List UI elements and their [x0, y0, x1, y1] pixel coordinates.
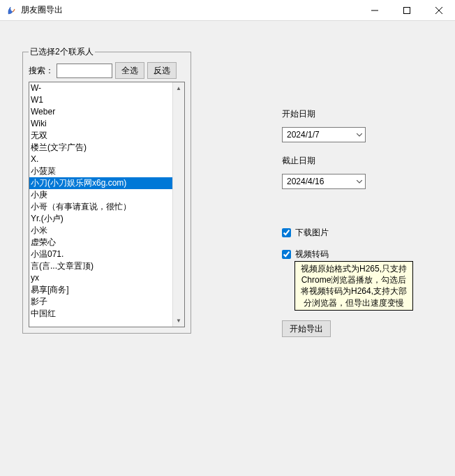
scroll-up-arrow[interactable]: ▲ [173, 82, 184, 94]
content-area: 已选择2个联系人 搜索： 全选 反选 W-W1WeberWiki无双楼兰(文字广… [0, 21, 455, 476]
list-item[interactable]: Wiki [29, 118, 172, 130]
titlebar: 朋友圈导出 [0, 0, 455, 21]
select-all-button[interactable]: 全选 [115, 62, 144, 79]
list-item[interactable]: 楼兰(文字广告) [29, 142, 172, 154]
list-item[interactable]: W- [29, 82, 172, 94]
search-input[interactable] [57, 64, 112, 78]
list-item[interactable]: 言(言...文章置顶) [29, 260, 172, 272]
list-item[interactable]: 虚荣心 [29, 237, 172, 248]
vertical-scrollbar[interactable]: ▲ ▼ [172, 82, 184, 327]
list-item[interactable]: 影子 [29, 296, 172, 308]
chevron-down-icon [357, 130, 362, 140]
list-item[interactable]: 小刀(小刀娱乐网x6g.com) [29, 177, 172, 189]
search-label: 搜索： [29, 65, 54, 77]
list-item[interactable]: 中国红 [29, 308, 172, 320]
list-item[interactable]: 小温071. [29, 248, 172, 260]
close-button[interactable] [423, 0, 455, 20]
download-images-label: 下载图片 [295, 227, 329, 239]
end-date-combobox[interactable]: 2024/4/16 [282, 174, 366, 189]
scroll-down-arrow[interactable]: ▼ [173, 315, 184, 327]
video-transcode-checkbox[interactable] [282, 250, 291, 259]
end-date-value: 2024/4/16 [287, 177, 324, 186]
contacts-legend: 已选择2个联系人 [29, 46, 95, 58]
contacts-listbox[interactable]: W-W1WeberWiki无双楼兰(文字广告)X.小菠菜小刀(小刀娱乐网x6g.… [29, 82, 185, 327]
app-icon [6, 5, 17, 16]
minimize-button[interactable] [359, 0, 391, 20]
start-date-combobox[interactable]: 2024/1/7 [282, 127, 366, 142]
list-item[interactable]: 小哥（有事请直说，很忙） [29, 201, 172, 213]
start-date-value: 2024/1/7 [287, 130, 320, 140]
svg-rect-1 [404, 7, 410, 13]
list-item[interactable]: yx [29, 272, 172, 284]
list-item[interactable]: 小菠菜 [29, 165, 172, 177]
list-item[interactable]: W1 [29, 94, 172, 106]
right-panel: 开始日期 2024/1/7 截止日期 2024/4/16 下载图片 视频转码 视… [282, 35, 401, 476]
list-item[interactable]: 易享[商务] [29, 284, 172, 296]
list-item[interactable]: X. [29, 154, 172, 165]
maximize-button[interactable] [391, 0, 423, 20]
list-item[interactable]: Yr.(小卢) [29, 213, 172, 225]
download-images-checkbox[interactable] [282, 228, 291, 237]
end-date-label: 截止日期 [282, 155, 401, 167]
start-export-button[interactable]: 开始导出 [282, 320, 331, 337]
video-transcode-tooltip: 视频原始格式为H265,只支持Chrome浏览器播放，勾选后将视频转码为H264… [294, 261, 413, 311]
start-date-label: 开始日期 [282, 108, 401, 120]
window-title: 朋友圈导出 [21, 4, 359, 16]
video-transcode-checkbox-row[interactable]: 视频转码 视频原始格式为H265,只支持Chrome浏览器播放，勾选后将视频转码… [282, 248, 401, 260]
download-images-checkbox-row[interactable]: 下载图片 [282, 227, 401, 239]
window-controls [359, 0, 455, 20]
invert-selection-button[interactable]: 反选 [147, 62, 177, 79]
chevron-down-icon [357, 177, 362, 186]
video-transcode-label: 视频转码 [295, 248, 329, 260]
list-item[interactable]: 无双 [29, 130, 172, 142]
list-item[interactable]: 小庚 [29, 189, 172, 201]
scroll-track[interactable] [173, 94, 184, 315]
list-item[interactable]: Weber [29, 106, 172, 118]
contacts-groupbox: 已选择2个联系人 搜索： 全选 反选 W-W1WeberWiki无双楼兰(文字广… [22, 46, 191, 334]
list-item[interactable]: 小米 [29, 225, 172, 237]
search-row: 搜索： 全选 反选 [29, 62, 185, 79]
